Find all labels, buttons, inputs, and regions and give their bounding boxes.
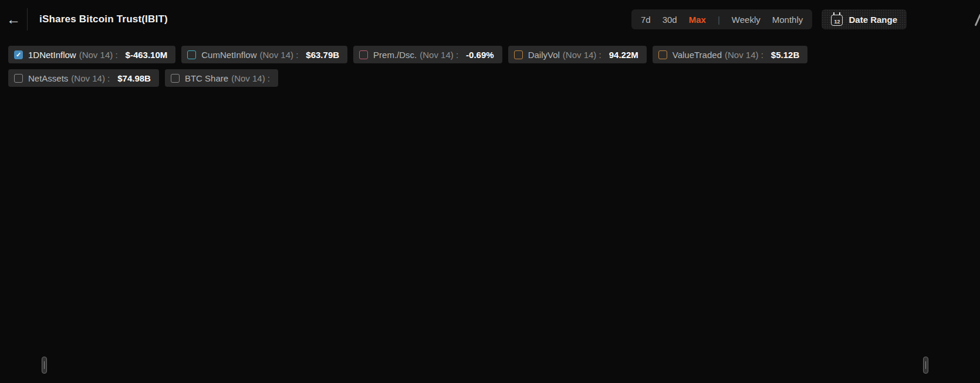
- checkbox-icon[interactable]: ✓: [14, 74, 23, 83]
- legend-dailyvol[interactable]: ✓ DailyVol (Nov 14) : 94.22M: [508, 46, 647, 63]
- legend-cumnetinflow[interactable]: ✓ CumNetInflow (Nov 14) : $63.79B: [181, 46, 347, 63]
- range-weekly[interactable]: Weekly: [732, 15, 761, 25]
- range-selector: 7d 30d Max | Weekly Monthly: [631, 9, 812, 29]
- date-range-button[interactable]: 12 Date Range: [822, 9, 907, 29]
- checkbox-icon[interactable]: ✓: [359, 50, 368, 59]
- legend-row-2: ✓ NetAssets (Nov 14) : $74.98B ✓ BTC Sha…: [8, 69, 278, 87]
- checkbox-icon[interactable]: ✓: [658, 50, 667, 59]
- range-7d[interactable]: 7d: [641, 15, 651, 25]
- calendar-icon: 12: [831, 15, 843, 26]
- checkbox-icon[interactable]: ✓: [187, 50, 196, 59]
- range-divider: |: [718, 15, 720, 25]
- back-arrow-icon[interactable]: ←: [0, 0, 27, 39]
- checkbox-icon[interactable]: ✓: [514, 50, 523, 59]
- legend-valuetraded[interactable]: ✓ ValueTraded (Nov 14) : $5.12B: [653, 46, 807, 63]
- range-max[interactable]: Max: [689, 15, 706, 25]
- checkbox-icon[interactable]: ✓: [171, 74, 180, 83]
- legend-1dnetinflow[interactable]: ✓ 1DNetInflow (Nov 14) : $-463.10M: [8, 46, 175, 63]
- legend-row-1: ✓ 1DNetInflow (Nov 14) : $-463.10M ✓ Cum…: [8, 46, 807, 63]
- app-root: ← iShares Bitcoin Trust(IBIT) 7d 30d Max…: [0, 0, 980, 383]
- legend-prem-dsc[interactable]: ✓ Prem./Dsc. (Nov 14) : -0.69%: [353, 46, 502, 63]
- navigator-left-handle[interactable]: [42, 357, 47, 374]
- legend-netassets[interactable]: ✓ NetAssets (Nov 14) : $74.98B: [8, 69, 159, 87]
- date-range-label: Date Range: [849, 15, 897, 25]
- clipped-edge-icon: [974, 12, 980, 28]
- legend-btc-share[interactable]: ✓ BTC Share (Nov 14) :: [165, 69, 278, 87]
- range-monthly[interactable]: Monthly: [772, 15, 803, 25]
- page-title: iShares Bitcoin Trust(IBIT): [39, 13, 168, 25]
- range-30d[interactable]: 30d: [663, 15, 677, 25]
- navigator-right-handle[interactable]: [923, 357, 928, 374]
- checkbox-icon[interactable]: ✓: [14, 50, 23, 59]
- header-divider: [27, 8, 28, 30]
